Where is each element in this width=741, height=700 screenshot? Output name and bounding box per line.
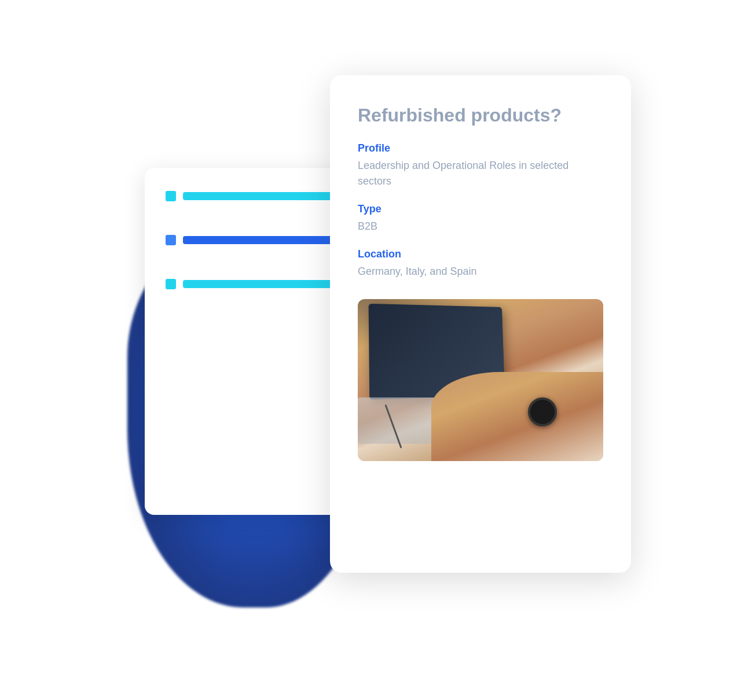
field-profile: Profile Leadership and Operational Roles…: [358, 142, 603, 203]
square-icon-cyan-1: [166, 191, 176, 201]
field-label-profile: Profile: [358, 142, 603, 154]
field-value-type: B2B: [358, 219, 603, 234]
scene: Refurbished products? Profile Leadership…: [110, 75, 631, 625]
field-type: Type B2B: [358, 203, 603, 248]
field-location: Location Germany, Italy, and Spain: [358, 248, 603, 293]
card-title: Refurbished products?: [358, 104, 603, 126]
field-value-location: Germany, Italy, and Spain: [358, 264, 603, 279]
square-icon-blue-2: [166, 235, 176, 245]
card-image: [358, 299, 603, 461]
field-label-type: Type: [358, 203, 603, 215]
hands-area: [431, 372, 603, 461]
info-card: Refurbished products? Profile Leadership…: [330, 75, 631, 573]
square-icon-cyan-3: [166, 279, 176, 289]
field-label-location: Location: [358, 248, 603, 260]
laptop-image: [358, 299, 603, 461]
field-value-profile: Leadership and Operational Roles in sele…: [358, 158, 603, 189]
